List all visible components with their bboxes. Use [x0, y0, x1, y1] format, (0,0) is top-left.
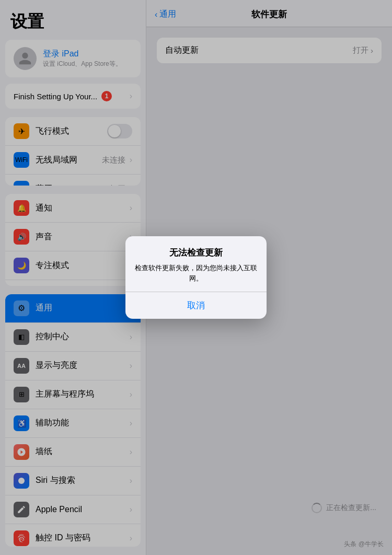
modal-title: 无法检查更新 — [134, 247, 258, 259]
modal-actions: 取消 — [125, 292, 267, 319]
modal-body: 无法检查更新 检查软件更新失败，因为您尚未接入互联网。 — [125, 236, 267, 292]
modal-overlay: 无法检查更新 检查软件更新失败，因为您尚未接入互联网。 取消 — [0, 0, 392, 555]
error-modal: 无法检查更新 检查软件更新失败，因为您尚未接入互联网。 取消 — [125, 236, 267, 319]
app-container: 设置 登录 iPad 设置 iCloud、App Store等。 Finish … — [0, 0, 392, 555]
modal-message: 检查软件更新失败，因为您尚未接入互联网。 — [134, 263, 258, 283]
modal-cancel-button[interactable]: 取消 — [125, 292, 267, 319]
